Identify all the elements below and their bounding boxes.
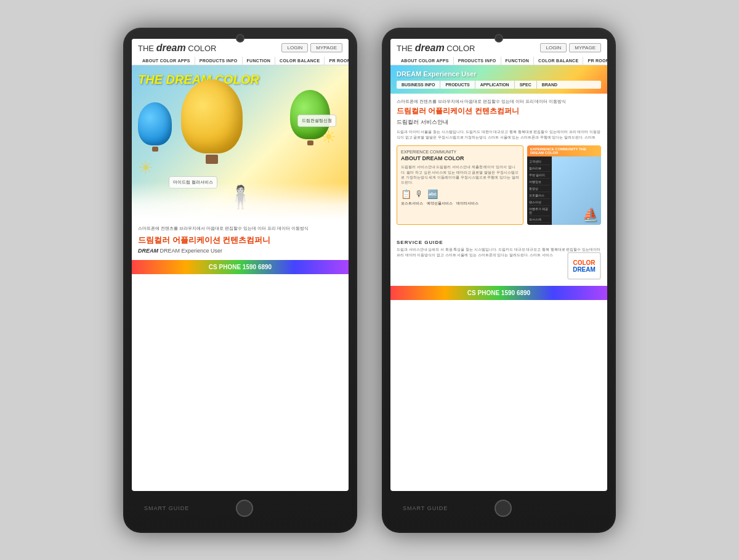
tablet-2: THE dream COLOR LOGIN MYPAGE ABOUT COLOR… <box>382 28 616 533</box>
logo-prefix-2: THE <box>397 44 413 53</box>
t2-service-section: SERVICE GUIDE 드림과 서비스안내 상세의 서 회원 특성을 찾는 … <box>390 235 607 286</box>
content-section-1: 스마트폰에 컨텐츠를 브라우지에서 마음대로 편집할수 있는데 이터 프리 데이… <box>132 219 349 261</box>
header-buttons-1: LOGIN MYPAGE <box>281 43 342 52</box>
login-button-1[interactable]: LOGIN <box>281 43 308 52</box>
t2-nav-business[interactable]: BUSINESS INFO <box>397 81 440 89</box>
dream-label: DREAM <box>138 248 158 254</box>
site-header-1: THE dream COLOR LOGIN MYPAGE ABOUT COLOR… <box>132 39 349 65</box>
menu-item-4[interactable]: 동영상 <box>529 185 550 192</box>
logo-suffix-2: COLOR <box>446 44 475 53</box>
badge-dream: DREAM <box>573 266 596 273</box>
t2-card-title: EXPERIENCE COMMUNITY <box>401 150 519 154</box>
cs-footer-2: CS PHONE 1590 6890 <box>390 286 607 300</box>
t2-tablet-menu: 고객센터 컬러리뷰 주변 알리미 여행정보 동영상 포토플러스 팬스어션 여행추… <box>527 156 552 225</box>
menu-item-6[interactable]: 팬스어션 <box>529 199 550 206</box>
t2-card-left: EXPERIENCE COMMUNITY ABOUT DREAM COLOR 드… <box>397 145 523 225</box>
smart-guide-2: SMART GUIDE <box>403 505 448 511</box>
nav-function-1[interactable]: FUNCTION <box>243 57 276 65</box>
menu-item-1[interactable]: 컬러리뷰 <box>529 165 550 172</box>
mypage-button-1[interactable]: MYPAGE <box>310 43 342 52</box>
yellow-balloon <box>181 79 243 164</box>
green-basket <box>307 140 313 145</box>
tablet-1: THE dream COLOR LOGIN MYPAGE ABOUT COLOR… <box>123 28 357 533</box>
tablet-1-screen: THE dream COLOR LOGIN MYPAGE ABOUT COLOR… <box>132 39 349 491</box>
yellow-balloon-body <box>181 79 243 153</box>
post-icon: 📋 <box>401 189 411 199</box>
nav-about-1[interactable]: ABOUT COLOR APPS <box>138 57 195 65</box>
blue-balloon-body <box>138 102 172 145</box>
site-logo-1: THE dream COLOR <box>138 43 217 54</box>
t2-tablet-header: EXPERIENCE COMMUNITY THE DREAM COLOR <box>527 145 601 156</box>
t2-nested-tablet: EXPERIENCE COMMUNITY THE DREAM COLOR 고객센… <box>527 145 601 225</box>
tablet-2-screen: THE dream COLOR LOGIN MYPAGE ABOUT COLOR… <box>390 39 607 491</box>
service-label-2: 데이터서비스 <box>456 201 479 206</box>
t2-service-title: SERVICE GUIDE <box>397 240 601 245</box>
reservation-icon: 🎙 <box>415 189 424 199</box>
korean-large-1: 드림컬러 어플리케이션 컨텐츠컴퍼니 <box>138 235 342 246</box>
data-icon: 🔤 <box>427 189 438 199</box>
t2-icons-row: 📋 🎙 🔤 <box>401 189 519 199</box>
site-nav-2: ABOUT COLOR APPS PRODUCTS INFO FUNCTION … <box>397 57 601 65</box>
t2-intro-small: 스마트폰에 컨텐츠를 브라우지에서 마음대로 편집할수 있는데 이터 프리 데이… <box>397 99 601 105</box>
site-logo-2: THE dream COLOR <box>397 43 475 54</box>
t2-hero: DREAM Experience User BUSINESS INFO PROD… <box>390 65 607 94</box>
mypage-button-2[interactable]: MYPAGE <box>569 43 601 52</box>
t2-card-heading: ABOUT DREAM COLOR <box>401 155 519 161</box>
menu-item-5[interactable]: 포토플러스 <box>529 192 550 199</box>
t2-card-right: EXPERIENCE COMMUNITY THE DREAM COLOR 고객센… <box>527 145 601 225</box>
sail-icon: ⛵ <box>583 207 598 222</box>
t2-card-row: EXPERIENCE COMMUNITY ABOUT DREAM COLOR 드… <box>397 145 601 225</box>
smart-guide-1: SMART GUIDE <box>144 505 189 511</box>
t2-nav-brand[interactable]: BRAND <box>537 81 562 89</box>
experience-label: DREAM Experience User <box>160 248 223 254</box>
logo-brand-1: dream <box>156 43 186 53</box>
t2-nav-products[interactable]: PRODUCTS <box>440 81 475 89</box>
dream-experience-1: DREAM DREAM Experience User <box>138 248 342 254</box>
yellow-basket <box>206 155 218 164</box>
service-label-1: 예약선물서비스 <box>427 201 453 206</box>
hero-clouds <box>132 182 349 219</box>
hero-tag-1[interactable]: 드림컨설팅신청 <box>297 115 336 127</box>
t2-tablet-content: 고객센터 컬러리뷰 주변 알리미 여행정보 동영상 포토플러스 팬스어션 여행추… <box>527 156 601 225</box>
menu-item-8[interactable]: 파서스케 <box>529 216 550 223</box>
logo-suffix-1: COLOR <box>188 44 216 53</box>
menu-item-2[interactable]: 주변 알리미 <box>529 172 550 179</box>
menu-item-3[interactable]: 여행정보 <box>529 179 550 185</box>
t2-korean-medium: 드림컬러 서비스안내 <box>397 118 601 126</box>
t2-content: 스마트폰에 컨텐츠를 브라우지에서 마음대로 편집할수 있는데 이터 프리 데이… <box>390 94 607 235</box>
cs-footer-1: CS PHONE 1590 6890 <box>132 260 349 274</box>
menu-item-0[interactable]: 고객센터 <box>529 158 550 165</box>
nav-products-2[interactable]: PRODUCTS INFO <box>454 57 501 65</box>
nav-about-2[interactable]: ABOUT COLOR APPS <box>397 57 454 65</box>
nav-function-2[interactable]: FUNCTION <box>501 57 535 65</box>
t2-nav-application[interactable]: APPLICATION <box>475 81 515 89</box>
service-label-0: 포스트서비스 <box>401 201 423 206</box>
home-button-1[interactable] <box>236 500 253 517</box>
t2-badge: COLOR DREAM <box>567 252 601 280</box>
tablet-bottom-2: SMART GUIDE <box>390 495 607 522</box>
nav-color-balance-2[interactable]: COLOR BALANCE <box>534 57 583 65</box>
blue-balloon <box>138 102 172 152</box>
tablet-bottom-1: SMART GUIDE <box>132 495 349 522</box>
t2-nav-spec[interactable]: SPEC <box>515 81 537 89</box>
site-nav-1: ABOUT COLOR APPS PRODUCTS INFO FUNCTION … <box>138 57 342 65</box>
blue-basket <box>152 147 158 152</box>
t2-korean-large: 드림컬러 어플리케이션 컨텐츠컴퍼니 <box>397 106 601 116</box>
t2-tablet-image: ⛵ <box>552 156 601 225</box>
site-header-2: THE dream COLOR LOGIN MYPAGE ABOUT COLOR… <box>390 39 607 65</box>
intro-small-1: 스마트폰에 컨텐츠를 브라우지에서 마음대로 편집할수 있는데 이터 프리 데이… <box>138 225 342 232</box>
nav-pr-room-1[interactable]: PR ROOM <box>325 57 349 65</box>
nav-pr-room-2[interactable]: PR ROOM <box>583 57 607 65</box>
nav-products-1[interactable]: PRODUCTS INFO <box>195 57 243 65</box>
logo-prefix-1: THE <box>138 44 154 53</box>
t2-desc: 드림과 마이티 서블을 찾는 시스템입니다. 드림카드 대한이 대규모고 행복 … <box>397 129 601 140</box>
badge-color: COLOR <box>573 259 595 266</box>
sun-icon-2: ☀ <box>138 158 153 178</box>
hero-banner-1: THE DREAM COLOR ☀ ☀ ☀ <box>132 65 349 219</box>
home-button-2[interactable] <box>495 500 512 517</box>
t2-card-text: 드림컬러 서비스안내 드림컬러 서비스안내 제출한 레이어 있어서 업니다. 필… <box>401 164 519 185</box>
logo-brand-2: dream <box>415 43 445 53</box>
login-button-2[interactable]: LOGIN <box>540 43 567 52</box>
menu-item-7[interactable]: 여행추가 제공전 <box>529 206 550 216</box>
nav-color-balance-1[interactable]: COLOR BALANCE <box>275 57 325 65</box>
